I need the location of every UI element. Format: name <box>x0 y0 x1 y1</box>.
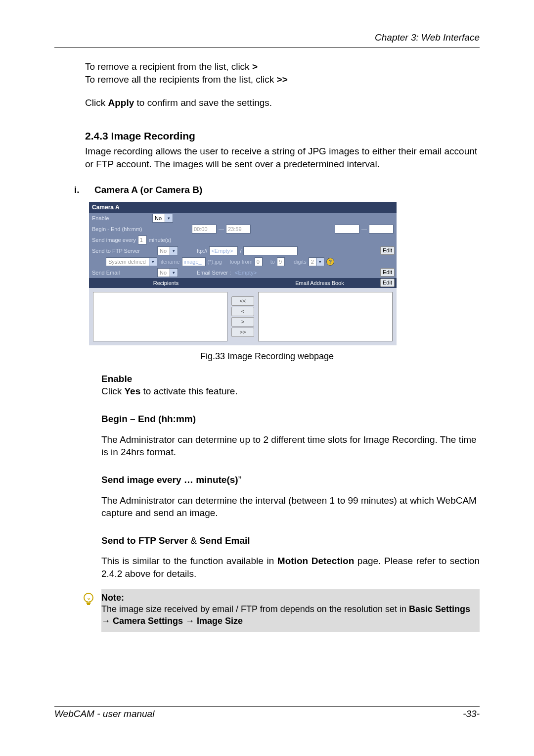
footer-right: -33- <box>463 709 480 719</box>
send-email-label: Send Email <box>92 269 150 277</box>
end-time-1-input[interactable]: 23:59 <box>226 225 251 234</box>
intro-line-2: To remove all the recipients from the li… <box>85 73 480 86</box>
header-rule <box>54 47 480 47</box>
email-enable-select[interactable]: No ▾ <box>157 268 178 277</box>
email-edit-button[interactable]: Edit <box>380 268 395 277</box>
enable-select[interactable]: No ▾ <box>152 214 173 223</box>
move-left-button[interactable]: < <box>231 307 254 316</box>
ftp-edit-button[interactable]: Edit <box>380 246 395 255</box>
move-right-button[interactable]: > <box>231 317 254 327</box>
loop-from-label: loop from <box>230 258 253 266</box>
begin-end-body: The Administrator can determine up to 2 … <box>101 433 480 459</box>
filename-input[interactable]: image_ <box>182 257 206 266</box>
send-image-every-label: Send image every <box>92 236 136 244</box>
address-book-listbox[interactable] <box>258 292 393 341</box>
ext-label: (*).jpg <box>208 258 222 266</box>
begin-end-heading: Begin – End (hh:mm) <box>101 413 480 425</box>
subsection-i-label: i. <box>74 184 82 196</box>
chapter-title: Chapter 3: Web Interface <box>375 32 480 43</box>
intro-line-1: To remove a recipient from the list, cli… <box>85 60 480 73</box>
interval-heading: Send image every … minute(s)” <box>101 473 480 486</box>
image-recording-screenshot: Camera A Enable No ▾ Begin - End (hh:mm)… <box>89 202 397 345</box>
section-heading: 2.4.3 Image Recording <box>85 129 480 143</box>
intro-line-3: Click Apply to confirm and save the sett… <box>85 96 480 109</box>
tip-icon: ⌄ <box>83 592 95 610</box>
email-server-value: <Empty> <box>235 269 257 277</box>
chevron-down-icon: ▾ <box>170 269 178 277</box>
recipients-listbox[interactable] <box>93 292 227 341</box>
subsection-i-title: Camera A (or Camera B) <box>94 184 202 196</box>
camera-a-title: Camera A <box>89 202 397 213</box>
chevron-down-icon: ▾ <box>165 214 173 222</box>
chevron-down-icon: ▾ <box>149 258 157 266</box>
filename-label: filename <box>159 258 180 266</box>
move-all-right-button[interactable]: >> <box>231 328 254 337</box>
enable-heading: Enable <box>101 373 480 385</box>
move-all-left-button[interactable]: << <box>231 296 254 306</box>
loop-to-input[interactable]: 9 <box>277 257 285 266</box>
ftp-slash: / <box>240 247 241 255</box>
loop-to-label: to <box>270 258 275 266</box>
enable-label: Enable <box>92 215 150 222</box>
begin-end-label: Begin - End (hh:mm) <box>92 226 150 233</box>
digits-label: digits <box>294 258 307 266</box>
note-text: Note: The image size received by email /… <box>101 592 475 627</box>
ftp-host-input[interactable]: <Empty> <box>209 246 238 255</box>
begin-time-1-input[interactable]: 00:00 <box>192 225 217 234</box>
address-book-edit-button[interactable]: Edit <box>380 279 395 287</box>
enable-body: Click Yes to activate this feature. <box>101 385 480 398</box>
ftp-enable-select[interactable]: No ▾ <box>157 246 178 255</box>
email-server-label: Email Server : <box>197 269 231 277</box>
interval-input[interactable]: 1 <box>138 236 147 244</box>
end-time-2-input[interactable] <box>369 225 394 234</box>
ftp-email-heading: Send to FTP Server & Send Email <box>101 534 480 547</box>
chevron-down-icon: ▾ <box>316 258 324 266</box>
system-defined-select[interactable]: System defined ▾ <box>106 257 157 266</box>
address-book-header: Email Address Book <box>243 280 397 287</box>
ftp-email-body: This is similar to the function availabl… <box>101 555 480 580</box>
begin-time-2-input[interactable] <box>335 225 359 234</box>
figure-caption: Fig.33 Image Recording webpage <box>54 350 480 362</box>
digits-select[interactable]: 2 ▾ <box>309 257 324 266</box>
send-to-ftp-label: Send to FTP Server <box>92 247 150 255</box>
section-body: Image recording allows the user to recei… <box>85 145 480 170</box>
ftp-prefix: ftp:// <box>197 247 207 255</box>
loop-from-input[interactable]: 0 <box>255 257 263 266</box>
chevron-down-icon: ▾ <box>170 247 178 255</box>
ftp-path-input[interactable] <box>243 246 298 255</box>
interval-body: The Administrator can determine the inte… <box>101 494 480 520</box>
help-icon[interactable]: ? <box>326 258 334 266</box>
footer-left: WebCAM - user manual <box>54 709 154 719</box>
svg-text:⌄: ⌄ <box>87 595 91 601</box>
recipients-header: Recipients <box>89 280 243 287</box>
minutes-label: minute(s) <box>149 236 172 244</box>
